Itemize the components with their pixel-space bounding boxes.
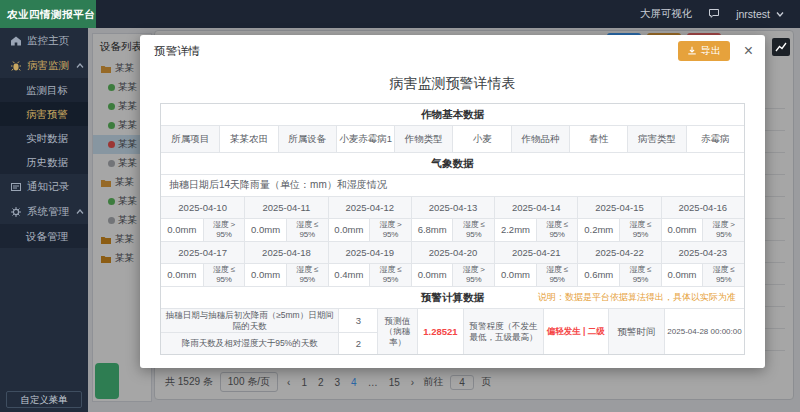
- rain-cell: 0.0mm: [328, 219, 370, 241]
- rain-cell: 0.6mm: [577, 264, 619, 286]
- table-row: 作物基本数据: [161, 104, 744, 125]
- modal-title: 预警详情: [154, 44, 200, 59]
- warning-level-label: 预警程度（不发生最低，五级最高）: [463, 309, 543, 354]
- crop-value-cell: 春性: [569, 126, 627, 152]
- close-icon[interactable]: ×: [744, 43, 753, 59]
- date-cell: 2025-04-15: [577, 197, 660, 218]
- table-row: 抽穗日期后14天降雨量（单位：mm）和湿度情况: [161, 174, 744, 196]
- date-cell: 2025-04-18: [244, 242, 327, 263]
- humidity-cell: 湿度 ≤ 95%: [619, 219, 661, 241]
- trend-line-icon: [775, 41, 787, 53]
- date-cell: 2025-04-19: [328, 242, 411, 263]
- calc-label-cell: 抽穗日期与抽穗后初次降雨（≥5mm）日期间隔的天数: [161, 309, 338, 332]
- sidebar-item-history-data[interactable]: 历史数据: [0, 150, 88, 174]
- topbar-actions: 大屏可视化 jnrstest: [640, 7, 800, 21]
- download-icon: [687, 46, 697, 56]
- user-menu[interactable]: jnrstest: [736, 8, 786, 20]
- chevron-down-icon: [774, 8, 786, 20]
- notice-icon: [10, 181, 22, 193]
- weather-subtitle: 抽穗日期后14天降雨量（单位：mm）和湿度情况: [161, 175, 744, 196]
- sidebar-item-home[interactable]: 监控主页: [0, 28, 88, 53]
- warning-time-label: 预警时间: [608, 309, 665, 354]
- username: jnrstest: [736, 8, 770, 20]
- calc-label-cell: 降雨天数及相对湿度大于95%的天数: [161, 333, 338, 354]
- prediction-value: 1.28521: [417, 309, 463, 354]
- crop-value-cell: 小麦: [452, 126, 510, 152]
- message-icon[interactable]: [708, 7, 720, 21]
- sidebar-item-label: 通知记录: [27, 180, 69, 194]
- export-button[interactable]: 导出: [678, 41, 730, 61]
- disease-submenu: 监测目标 病害预警 实时数据 历史数据: [0, 78, 88, 174]
- sidebar-item-disease-monitor[interactable]: 病害监测: [0, 53, 88, 78]
- table-row: 所属项目 某某农田 所属设备 小麦赤霉病1 作物类型 小麦 作物品种 春性 病害…: [161, 125, 744, 152]
- home-icon: [10, 35, 22, 47]
- date-cell: 2025-04-22: [577, 242, 660, 263]
- warning-level-value: 偏轻发生 | 二级: [543, 309, 608, 354]
- calc-value-cell: 2: [338, 333, 377, 354]
- chevron-up-icon: [74, 206, 86, 218]
- humidity-cell: 湿度 > 95%: [452, 264, 494, 286]
- big-screen-link[interactable]: 大屏可视化: [640, 7, 693, 21]
- crop-value-cell: 赤霉病: [686, 126, 744, 152]
- chevron-up-icon: [74, 60, 86, 72]
- modal-body: 病害监测预警详情表 作物基本数据 所属项目 某某农田 所属设备 小麦赤霉病1 作…: [140, 67, 765, 355]
- crop-label-cell: 所属项目: [161, 126, 219, 152]
- calc-value-cell: 3: [338, 309, 377, 332]
- table-row: 2025-04-10 2025-04-11 2025-04-12 2025-04…: [161, 196, 744, 218]
- system-submenu: 设备管理: [0, 224, 88, 248]
- custom-menu-button[interactable]: 自定义菜单: [6, 391, 82, 408]
- section-header: 气象数据: [161, 153, 744, 174]
- section-header: 作物基本数据: [161, 104, 744, 125]
- humidity-cell: 湿度 ≤ 95%: [369, 264, 411, 286]
- rain-cell: 2.2mm: [494, 219, 536, 241]
- sidebar-item-realtime-data[interactable]: 实时数据: [0, 126, 88, 150]
- crop-label-cell: 所属设备: [278, 126, 336, 152]
- rain-cell: 6.8mm: [411, 219, 453, 241]
- app-logo: 农业四情测报平台: [0, 0, 96, 28]
- floating-widget[interactable]: [95, 363, 119, 399]
- gear-icon: [10, 206, 22, 218]
- report-title: 病害监测预警详情表: [160, 75, 745, 93]
- humidity-cell: 湿度 ≤ 95%: [286, 264, 328, 286]
- sidebar-item-label: 监控主页: [27, 34, 69, 48]
- warning-detail-modal: 预警详情 导出 × 病害监测预警详情表 作物基本数据 所属项目 某某农田 所属设…: [140, 35, 765, 368]
- calc-left-column: 抽穗日期与抽穗后初次降雨（≥5mm）日期间隔的天数 3 降雨天数及相对湿度大于9…: [161, 309, 377, 354]
- humidity-cell: 湿度 > 95%: [369, 219, 411, 241]
- sidebar-item-notice-records[interactable]: 通知记录: [0, 174, 88, 199]
- date-cell: 2025-04-23: [661, 242, 744, 263]
- date-cell: 2025-04-10: [161, 197, 244, 218]
- sidebar-item-disease-warning[interactable]: 病害预警: [0, 102, 88, 126]
- rain-cell: 0.4mm: [328, 264, 370, 286]
- rain-cell: 0.0mm: [244, 264, 286, 286]
- humidity-cell: 湿度 > 95%: [702, 219, 744, 241]
- warning-time-value: 2025-04-28 00:00:00: [664, 309, 744, 354]
- humidity-cell: 湿度 ≤ 95%: [536, 219, 578, 241]
- rain-cell: 0.0mm: [494, 264, 536, 286]
- crop-label-cell: 作物类型: [394, 126, 452, 152]
- date-cell: 2025-04-13: [411, 197, 494, 218]
- rain-cell: 0.0mm: [161, 264, 203, 286]
- sidebar-item-monitor-target[interactable]: 监测目标: [0, 78, 88, 102]
- humidity-cell: 湿度 ≤ 95%: [203, 264, 245, 286]
- rain-cell: 0.0mm: [411, 264, 453, 286]
- date-cell: 2025-04-20: [411, 242, 494, 263]
- humidity-cell: 湿度 ≤ 95%: [619, 264, 661, 286]
- table-row: 气象数据: [161, 152, 744, 174]
- date-cell: 2025-04-17: [161, 242, 244, 263]
- date-cell: 2025-04-12: [328, 197, 411, 218]
- sidebar-item-system-manage[interactable]: 系统管理: [0, 199, 88, 224]
- humidity-cell: 湿度 > 95%: [203, 219, 245, 241]
- table-row: 0.0mm 湿度 ≤ 95% 0.0mm 湿度 ≤ 95% 0.4mm 湿度 ≤…: [161, 263, 744, 286]
- section-title: 预警计算数据: [421, 291, 484, 304]
- table-row: 0.0mm 湿度 > 95% 0.0mm 湿度 ≤ 95% 0.0mm 湿度 >…: [161, 218, 744, 241]
- date-cell: 2025-04-14: [494, 197, 577, 218]
- date-cell: 2025-04-11: [244, 197, 327, 218]
- table-row: 预警计算数据 说明：数据是平台依据算法得出，具体以实际为准: [161, 286, 744, 308]
- section-header: 预警计算数据 说明：数据是平台依据算法得出，具体以实际为准: [161, 287, 744, 308]
- date-cell: 2025-04-16: [661, 197, 744, 218]
- modal-header: 预警详情 导出 ×: [140, 35, 765, 67]
- trend-chart-widget[interactable]: [772, 38, 790, 56]
- rain-cell: 0.2mm: [577, 219, 619, 241]
- sidebar-item-device-manage[interactable]: 设备管理: [0, 224, 88, 248]
- date-cell: 2025-04-21: [494, 242, 577, 263]
